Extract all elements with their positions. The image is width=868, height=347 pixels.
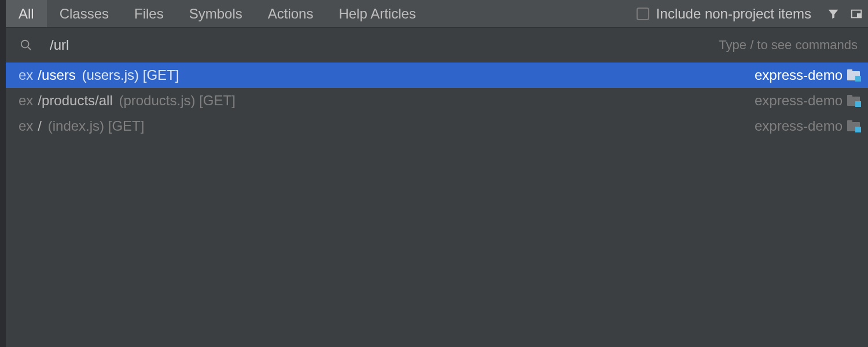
filter-icon[interactable] [822, 8, 845, 20]
result-row[interactable]: ex / (index.js) [GET] express-demo [6, 113, 868, 139]
result-primary: /users [38, 67, 75, 83]
tab-actions[interactable]: Actions [255, 0, 326, 27]
pin-window-icon[interactable] [845, 8, 868, 20]
result-project: express-demo [755, 118, 843, 134]
module-icon [847, 95, 860, 106]
result-secondary: (users.js) [GET] [82, 67, 179, 83]
svg-line-3 [28, 46, 31, 50]
search-icon [20, 39, 36, 51]
tab-label: Help Articles [339, 6, 415, 22]
search-bar: Type / to see commands [6, 28, 868, 62]
result-secondary: (products.js) [GET] [119, 93, 235, 109]
result-secondary: (index.js) [GET] [48, 118, 145, 134]
result-project: express-demo [755, 93, 843, 109]
svg-rect-1 [857, 13, 861, 17]
tab-label: All [19, 6, 34, 22]
tab-label: Actions [268, 6, 314, 22]
result-project: express-demo [755, 67, 843, 83]
result-row[interactable]: ex /users (users.js) [GET] express-demo [6, 62, 868, 88]
express-badge-icon: ex [19, 93, 33, 109]
result-primary: / [38, 118, 42, 134]
tab-help-articles[interactable]: Help Articles [326, 0, 428, 27]
tab-classes[interactable]: Classes [47, 0, 122, 27]
result-primary: /products/all [38, 93, 112, 109]
tab-files[interactable]: Files [122, 0, 176, 27]
svg-point-2 [21, 40, 29, 47]
results-list: ex /users (users.js) [GET] express-demo … [6, 62, 868, 347]
module-icon [847, 121, 860, 131]
editor-gutter-sliver [0, 0, 6, 347]
express-badge-icon: ex [19, 67, 33, 83]
search-input[interactable] [50, 37, 709, 53]
module-icon [847, 70, 860, 80]
tab-all[interactable]: All [6, 0, 47, 27]
search-tabbar: All Classes Files Symbols Actions Help A… [6, 0, 868, 28]
tab-label: Symbols [189, 6, 242, 22]
checkbox-label: Include non-project items [656, 6, 811, 22]
include-non-project-checkbox[interactable]: Include non-project items [637, 6, 822, 22]
search-everywhere-popup: All Classes Files Symbols Actions Help A… [6, 0, 868, 347]
search-hint: Type / to see commands [709, 38, 858, 53]
express-badge-icon: ex [19, 118, 33, 134]
tab-label: Classes [60, 6, 109, 22]
tab-symbols[interactable]: Symbols [176, 0, 255, 27]
result-row[interactable]: ex /products/all (products.js) [GET] exp… [6, 88, 868, 113]
checkbox-box [637, 8, 649, 20]
tab-label: Files [134, 6, 164, 22]
